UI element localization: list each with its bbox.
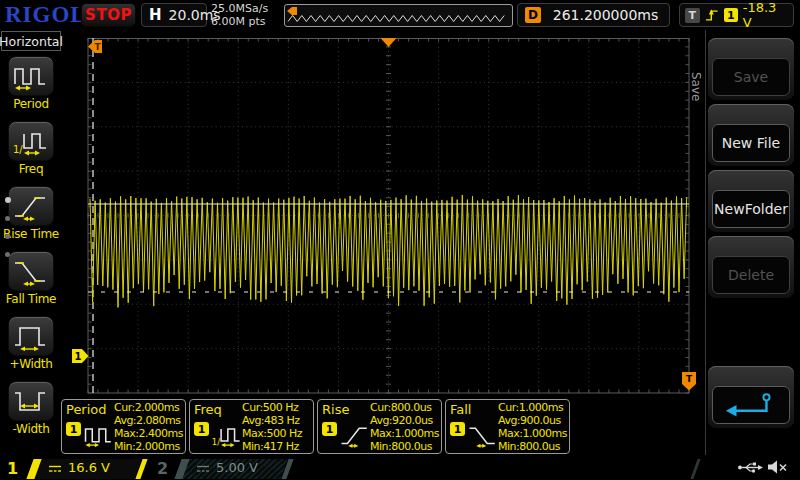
- measurement-values: Cur:500 Hz Avg:483 Hz Max:500 Hz Min:417…: [242, 401, 312, 453]
- save-button[interactable]: Save: [712, 58, 790, 96]
- menu-item-period[interactable]: Period: [0, 56, 62, 111]
- svg-text:1/: 1/: [212, 437, 220, 447]
- d-badge: D: [525, 7, 541, 23]
- freq-label: Freq: [0, 162, 62, 176]
- freq-icon: 1/: [211, 421, 243, 449]
- menu-item-minus-width[interactable]: -Width: [0, 381, 62, 436]
- measurement-values: Cur:1.000ms Avg:900.0us Max:1.000ms Min:…: [498, 401, 568, 453]
- softkey-slot: Save: [708, 38, 794, 100]
- rise-time-button[interactable]: [8, 186, 54, 226]
- channel1-scale: 16.6 V: [68, 460, 110, 475]
- fall-time-icon: [12, 256, 50, 286]
- minus-width-label: -Width: [0, 422, 62, 436]
- plus-width-icon: [12, 321, 50, 351]
- measurement-source-badge: 1: [322, 422, 337, 436]
- softkey-slot: Delete: [708, 236, 794, 298]
- period-label: Period: [0, 97, 62, 111]
- period-button[interactable]: [8, 56, 54, 96]
- fall-time-label: Fall Time: [0, 292, 62, 306]
- svg-text:1/: 1/: [13, 144, 23, 155]
- softkey-slot: New File: [708, 104, 794, 166]
- measurement-box-freq: Freq 1 1/ Cur:500 Hz Avg:483 Hz Max:500 …: [189, 399, 314, 454]
- acquisition-info: 25.0MSa/s 6.00M pts: [211, 3, 268, 28]
- t-badge: T: [685, 8, 700, 23]
- svg-text:T: T: [686, 374, 693, 384]
- dc-coupling-icon: [48, 463, 62, 474]
- rise-time-icon: [12, 191, 50, 221]
- usb-icon: [737, 460, 763, 475]
- dc-coupling-icon: [196, 463, 210, 474]
- timebase-preview-strip: [284, 4, 513, 27]
- freq-button[interactable]: 1/: [8, 121, 54, 161]
- channel2-scale: 5.00 V: [216, 460, 258, 475]
- measurement-source-badge: 1: [194, 422, 209, 436]
- delay-readout-box: D 261.200000ms: [517, 3, 670, 27]
- menu-item-rise-time[interactable]: Rise Time: [0, 186, 62, 241]
- return-button[interactable]: [712, 386, 790, 424]
- fall-time-button[interactable]: [8, 251, 54, 291]
- h-badge: H: [149, 6, 162, 24]
- waveform-display: T1T: [70, 38, 701, 398]
- channel2-number[interactable]: 2: [157, 459, 168, 478]
- fall-time-icon: [467, 421, 499, 449]
- measurement-name: Rise: [322, 402, 349, 417]
- measurement-source-badge: 1: [450, 422, 465, 436]
- new-folder-button[interactable]: NewFolder: [712, 190, 790, 228]
- menu-page-dot: [5, 216, 10, 221]
- trigger-level-value: -18.3 V: [743, 0, 788, 30]
- measurement-name: Fall: [450, 402, 471, 417]
- horizontal-timebase-box: H 20.0ms: [141, 3, 207, 27]
- memory-depth: 6.00M pts: [211, 16, 268, 29]
- menu-page-dot-active: [5, 197, 11, 203]
- rising-edge-icon: [705, 7, 720, 23]
- window-center-marker: [381, 38, 397, 47]
- measurement-source-badge: 1: [66, 422, 81, 436]
- channel-area-slash: [690, 459, 700, 479]
- rise-time-icon: [339, 421, 371, 449]
- run-state-indicator: STOP: [81, 3, 136, 27]
- delay-value: 261.200000ms: [549, 7, 662, 23]
- trigger-source-badge: 1: [724, 8, 738, 22]
- speaker-muted-icon: [766, 459, 789, 475]
- measurement-name: Freq: [194, 402, 222, 417]
- save-menu-tab: Save: [689, 72, 703, 101]
- menu-divider: [705, 30, 706, 455]
- sample-rate: 25.0MSa/s: [211, 3, 268, 16]
- softkey-slot: [708, 366, 794, 428]
- plus-width-button[interactable]: [8, 316, 54, 356]
- minus-width-icon: [12, 386, 50, 416]
- menu-page-dot: [5, 252, 10, 257]
- svg-text:T: T: [94, 42, 101, 52]
- measurement-values: Cur:800.0us Avg:920.0us Max:1.000ms Min:…: [370, 401, 440, 453]
- menu-item-fall-time[interactable]: Fall Time: [0, 251, 62, 306]
- measurement-box-period: Period 1 Cur:2.000ms Avg:2.080ms Max:2.4…: [61, 399, 186, 454]
- menu-item-freq[interactable]: 1/ Freq: [0, 121, 62, 176]
- period-icon: [12, 61, 50, 91]
- channel1-number[interactable]: 1: [7, 459, 18, 478]
- preview-position-marker: [287, 7, 297, 15]
- measurement-values: Cur:2.000ms Avg:2.080ms Max:2.400ms Min:…: [114, 401, 184, 453]
- measurement-name: Period: [66, 402, 107, 417]
- return-arrow-icon: [722, 390, 780, 420]
- trigger-readout-box: T 1 -18.3 V: [679, 3, 794, 27]
- menu-page-dot: [5, 234, 10, 239]
- freq-icon: 1/: [12, 126, 50, 156]
- menu-item-plus-width[interactable]: +Width: [0, 316, 62, 371]
- new-file-button[interactable]: New File: [712, 124, 790, 162]
- softkey-slot: NewFolder: [708, 170, 794, 232]
- minus-width-button[interactable]: [8, 381, 54, 421]
- menu-title: Horizontal: [1, 31, 61, 51]
- measurement-box-fall: Fall 1 Cur:1.000ms Avg:900.0us Max:1.000…: [445, 399, 570, 454]
- rigol-logo: RIGOL: [5, 2, 87, 28]
- delete-button[interactable]: Delete: [712, 256, 790, 294]
- svg-text:1: 1: [75, 351, 82, 362]
- period-icon: [83, 421, 115, 449]
- plus-width-label: +Width: [0, 357, 62, 371]
- preview-waveform: [285, 5, 512, 26]
- measurement-box-rise: Rise 1 Cur:800.0us Avg:920.0us Max:1.000…: [317, 399, 442, 454]
